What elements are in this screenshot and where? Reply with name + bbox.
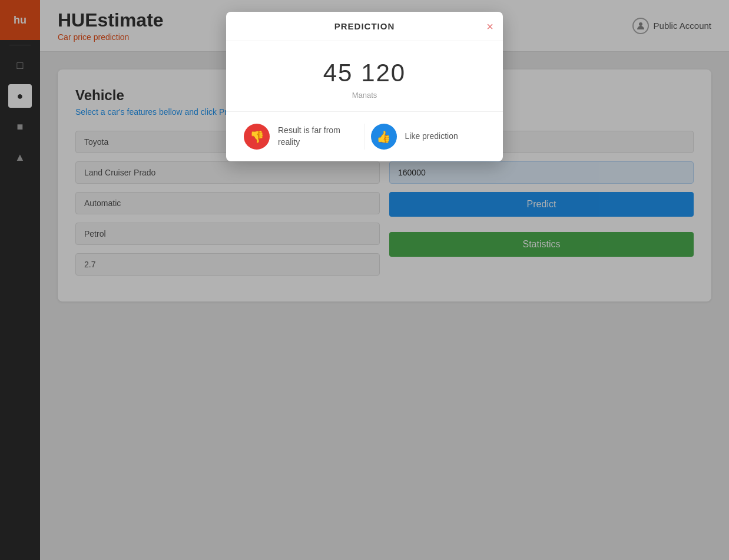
- like-feedback: 👍 Like prediction: [365, 124, 492, 150]
- prediction-modal: PREDICTION × 45 120 Manats 👎 Result is f…: [226, 12, 503, 161]
- modal-overlay[interactable]: PREDICTION × 45 120 Manats 👎 Result is f…: [0, 0, 729, 560]
- modal-title: PREDICTION: [334, 21, 395, 31]
- dislike-button[interactable]: 👎: [244, 124, 270, 150]
- like-button[interactable]: 👍: [371, 124, 397, 150]
- modal-price-section: 45 120 Manats: [226, 41, 503, 112]
- modal-price: 45 120: [238, 59, 491, 87]
- modal-header: PREDICTION ×: [226, 12, 503, 41]
- modal-close-button[interactable]: ×: [486, 19, 493, 33]
- dislike-feedback: 👎 Result is far from reality: [238, 124, 365, 150]
- modal-feedback: 👎 Result is far from reality 👍 Like pred…: [226, 112, 503, 161]
- dislike-label: Result is far from reality: [278, 125, 359, 148]
- modal-currency: Manats: [238, 91, 491, 100]
- like-label: Like prediction: [405, 131, 458, 143]
